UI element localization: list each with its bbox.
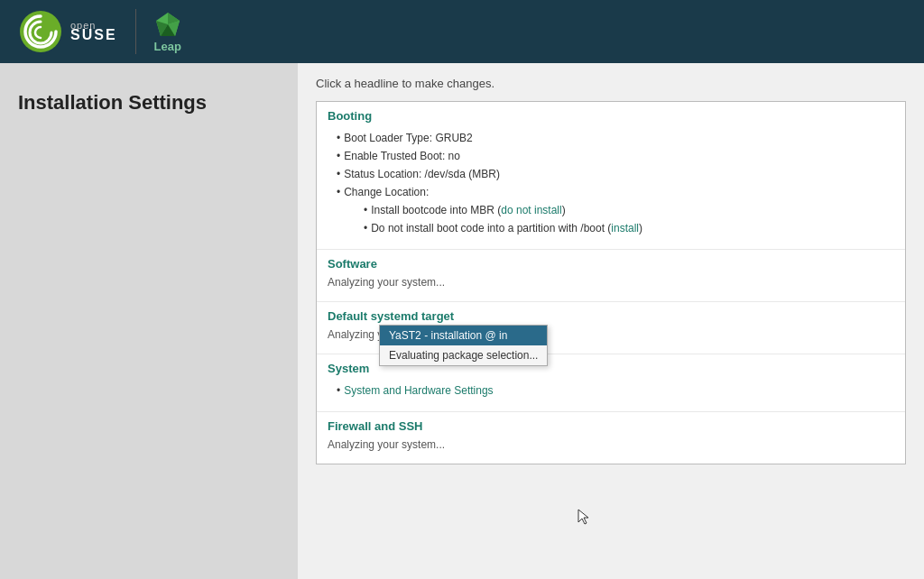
system-hw-item: System and Hardware Settings	[337, 382, 894, 399]
booting-content: Boot Loader Type: GRUB2 Enable Trusted B…	[328, 126, 894, 242]
settings-container: Booting Boot Loader Type: GRUB2 Enable T…	[316, 101, 906, 464]
status-location-item: Status Location: /dev/sda (MBR)	[337, 166, 894, 182]
software-section: Software Analyzing your system...	[317, 250, 905, 301]
app-header: open SUSE Leap	[0, 0, 924, 63]
main-layout: Installation Settings Click a headline t…	[0, 63, 924, 579]
tooltip-body: Evaluating package selection...	[380, 345, 547, 365]
booting-link[interactable]: Booting	[328, 109, 894, 123]
page-title: Installation Settings	[18, 90, 280, 116]
trusted-boot-item: Enable Trusted Boot: no	[337, 148, 894, 164]
change-location-item: Change Location:	[337, 184, 894, 200]
system-hw-link[interactable]: System and Hardware Settings	[344, 382, 493, 399]
firewall-section: Firewall and SSH Analyzing your system..…	[317, 412, 905, 464]
bootloader-item: Boot Loader Type: GRUB2	[337, 130, 894, 146]
leap-diamond-icon	[154, 11, 181, 38]
software-link[interactable]: Software	[328, 257, 894, 271]
system-content: System and Hardware Settings	[328, 379, 894, 404]
install-bootcode-item: Install bootcode into MBR (do not instal…	[364, 202, 894, 218]
leap-branding: Leap	[154, 11, 181, 53]
no-install-partition-item: Do not install boot code into a partitio…	[364, 220, 894, 236]
tooltip-title: YaST2 - installation @ in	[380, 326, 547, 345]
opensuse-logo: open SUSE	[18, 9, 117, 54]
install-link[interactable]: install	[611, 222, 639, 234]
firewall-analyzing: Analyzing your system...	[328, 438, 894, 451]
instruction-text: Click a headline to make changes.	[316, 77, 906, 90]
leap-label: Leap	[154, 40, 181, 53]
do-not-install-link[interactable]: do not install	[501, 204, 561, 216]
systemd-link[interactable]: Default systemd target	[328, 309, 894, 323]
header-divider	[135, 9, 136, 54]
yast-tooltip: YaST2 - installation @ in Evaluating pac…	[379, 325, 548, 366]
software-analyzing: Analyzing your system...	[328, 276, 894, 289]
booting-section: Booting Boot Loader Type: GRUB2 Enable T…	[317, 102, 905, 249]
opensuse-icon	[18, 9, 63, 54]
sidebar: Installation Settings	[0, 63, 298, 579]
content-area: Click a headline to make changes. Bootin…	[298, 63, 924, 579]
firewall-link[interactable]: Firewall and SSH	[328, 419, 894, 433]
